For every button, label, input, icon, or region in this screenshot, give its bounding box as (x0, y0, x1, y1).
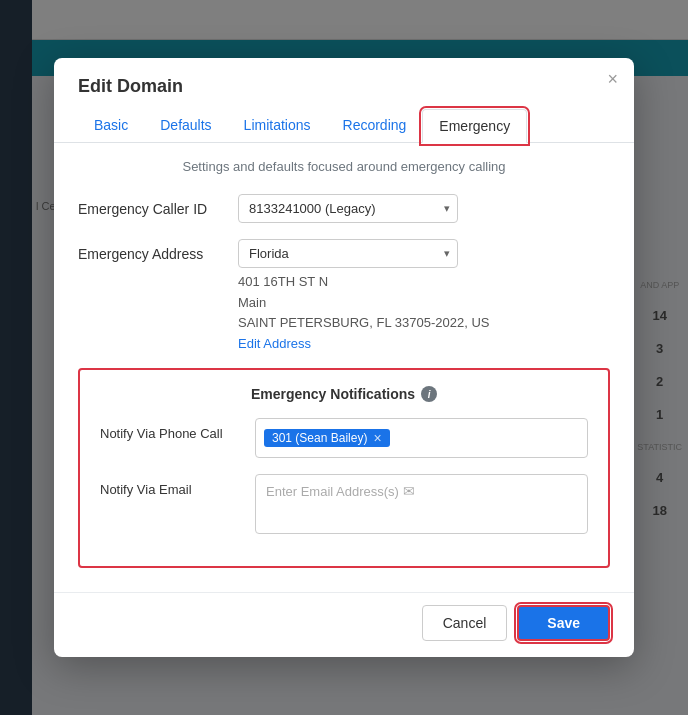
notifications-box: Emergency Notifications i Notify Via Pho… (78, 368, 610, 568)
notifications-title-text: Emergency Notifications (251, 386, 415, 402)
email-icon: ✉ (403, 483, 415, 499)
modal-body: Settings and defaults focused around eme… (54, 143, 634, 592)
edit-domain-modal: Edit Domain × Basic Defaults Limitations… (54, 58, 634, 657)
phone-tag-input[interactable]: 301 (Sean Bailey) × (255, 418, 588, 458)
caller-id-control: 8133241000 (Legacy) ▾ (238, 194, 610, 223)
address-line2: Main (238, 293, 610, 314)
address-select-wrapper: Florida ▾ (238, 239, 458, 268)
modal-header: Edit Domain × (54, 58, 634, 97)
address-control: Florida ▾ 401 16TH ST N Main SAINT PETER… (238, 239, 610, 352)
tab-subtitle: Settings and defaults focused around eme… (78, 159, 610, 174)
email-placeholder: Enter Email Address(s) ✉ (266, 483, 415, 499)
email-notify-row: Notify Via Email Enter Email Address(s) … (100, 474, 588, 534)
phone-notify-input-wrap: 301 (Sean Bailey) × (255, 418, 588, 458)
address-row: Emergency Address Florida ▾ 401 16TH ST … (78, 239, 610, 352)
address-block: 401 16TH ST N Main SAINT PETERSBURG, FL … (238, 272, 610, 334)
tab-limitations[interactable]: Limitations (228, 109, 327, 143)
phone-tag-remove[interactable]: × (373, 431, 381, 445)
caller-id-select[interactable]: 8133241000 (Legacy) (238, 194, 458, 223)
tab-defaults[interactable]: Defaults (144, 109, 227, 143)
caller-id-select-wrapper: 8133241000 (Legacy) ▾ (238, 194, 458, 223)
email-placeholder-text: Enter Email Address(s) (266, 484, 399, 499)
edit-address-link[interactable]: Edit Address (238, 336, 311, 351)
phone-notify-row: Notify Via Phone Call 301 (Sean Bailey) … (100, 418, 588, 458)
phone-tag: 301 (Sean Bailey) × (264, 429, 390, 447)
email-notify-label: Notify Via Email (100, 474, 255, 497)
email-notify-input-wrap: Enter Email Address(s) ✉ (255, 474, 588, 534)
modal-title: Edit Domain (78, 76, 610, 97)
phone-tag-text: 301 (Sean Bailey) (272, 431, 367, 445)
address-line1: 401 16TH ST N (238, 272, 610, 293)
address-line3: SAINT PETERSBURG, FL 33705-2022, US (238, 313, 610, 334)
tab-bar: Basic Defaults Limitations Recording Eme… (54, 109, 634, 143)
save-button[interactable]: Save (517, 605, 610, 641)
address-label: Emergency Address (78, 239, 238, 262)
close-button[interactable]: × (607, 70, 618, 88)
tab-basic[interactable]: Basic (78, 109, 144, 143)
tab-emergency[interactable]: Emergency (422, 109, 527, 143)
caller-id-row: Emergency Caller ID 8133241000 (Legacy) … (78, 194, 610, 223)
tab-recording[interactable]: Recording (327, 109, 423, 143)
info-icon: i (421, 386, 437, 402)
modal-footer: Cancel Save (54, 592, 634, 657)
email-input-box[interactable]: Enter Email Address(s) ✉ (255, 474, 588, 534)
address-select[interactable]: Florida (238, 239, 458, 268)
notifications-title: Emergency Notifications i (100, 386, 588, 402)
modal-backdrop: Edit Domain × Basic Defaults Limitations… (0, 0, 688, 715)
phone-notify-label: Notify Via Phone Call (100, 418, 255, 441)
cancel-button[interactable]: Cancel (422, 605, 508, 641)
caller-id-label: Emergency Caller ID (78, 194, 238, 217)
